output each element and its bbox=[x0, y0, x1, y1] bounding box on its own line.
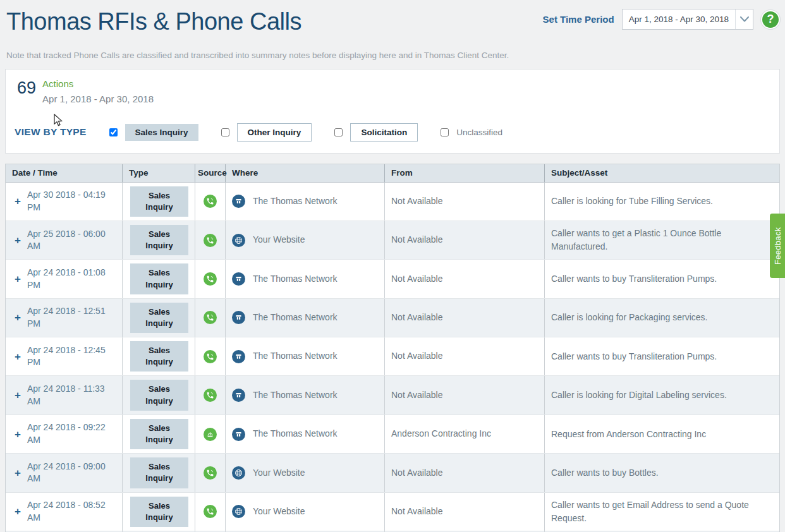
table-row: + Apr 24 2018 - 01:08 PM Sales Inquiry bbox=[6, 260, 779, 298]
thomas-network-icon bbox=[232, 350, 245, 363]
column-header-date-time: Date / Time bbox=[6, 164, 123, 182]
phone-call-icon bbox=[204, 350, 217, 363]
phone-call-icon bbox=[204, 389, 217, 402]
expand-row-icon[interactable]: + bbox=[15, 506, 21, 517]
filter-unclassified[interactable]: Unclassified bbox=[441, 128, 502, 137]
type-badge: Sales Inquiry bbox=[130, 341, 188, 372]
time-period-controls: Set Time Period Apr 1, 2018 - Apr 30, 20… bbox=[543, 9, 780, 30]
expand-row-icon[interactable]: + bbox=[15, 312, 21, 323]
type-badge: Sales Inquiry bbox=[130, 457, 188, 488]
summary-card: 69 Actions Apr 1, 2018 - Apr 30, 2018 VI… bbox=[5, 69, 780, 154]
row-subject: Caller wants to buy Transliteration Pump… bbox=[545, 337, 779, 375]
table-row: + Apr 24 2018 - 08:52 AM Sales Inquiry bbox=[6, 493, 779, 531]
row-where: Your Website bbox=[253, 505, 305, 518]
table-row: + Apr 24 2018 - 11:33 AM Sales Inquiry bbox=[6, 376, 779, 414]
table-header-row: Date / Time Type Source Where From Subje… bbox=[6, 164, 779, 183]
filter-checkbox[interactable] bbox=[221, 128, 229, 136]
page: Thomas RFIs & Phone Calls Set Time Perio… bbox=[0, 0, 785, 532]
filter-label-sales-inquiry[interactable]: Sales Inquiry bbox=[125, 124, 198, 141]
row-date: Apr 24 2018 - 01:08 PM bbox=[27, 267, 116, 291]
row-subject: Caller wants to get Email Address to sen… bbox=[545, 493, 779, 531]
phone-call-icon bbox=[204, 311, 217, 324]
row-from: Not Available bbox=[385, 493, 545, 531]
type-badge: Sales Inquiry bbox=[130, 419, 188, 449]
actions-count-label: Actions bbox=[42, 78, 154, 89]
globe-icon bbox=[232, 234, 245, 247]
table-row: + Apr 24 2018 - 12:51 PM Sales Inquiry bbox=[6, 299, 779, 337]
thomas-network-icon bbox=[232, 389, 245, 402]
set-time-period-label: Set Time Period bbox=[543, 14, 614, 25]
phone-call-icon bbox=[204, 505, 217, 518]
thomas-network-icon bbox=[232, 272, 245, 286]
phone-call-icon bbox=[204, 234, 217, 247]
column-header-where: Where bbox=[226, 164, 385, 182]
globe-icon bbox=[232, 505, 245, 518]
filter-checkbox[interactable] bbox=[441, 128, 449, 136]
expand-row-icon[interactable]: + bbox=[15, 390, 21, 401]
filter-checkbox[interactable] bbox=[109, 128, 118, 136]
row-subject: Caller is looking for Tube Filling Servi… bbox=[545, 183, 779, 221]
expand-row-icon[interactable]: + bbox=[15, 235, 21, 246]
row-date: Apr 24 2018 - 09:00 AM bbox=[27, 461, 116, 485]
actions-table: Date / Time Type Source Where From Subje… bbox=[5, 164, 780, 532]
filter-label-solicitation[interactable]: Solicitation bbox=[350, 123, 418, 142]
feedback-tab[interactable]: Feedback bbox=[770, 214, 785, 278]
expand-row-icon[interactable]: + bbox=[15, 196, 21, 207]
help-icon[interactable]: ? bbox=[761, 10, 780, 29]
row-where: The Thomas Network bbox=[253, 350, 338, 363]
filter-other-inquiry[interactable]: Other Inquiry bbox=[221, 123, 312, 142]
column-header-subject-asset: Subject/Asset bbox=[545, 164, 779, 182]
type-badge: Sales Inquiry bbox=[130, 186, 188, 217]
phone-call-icon bbox=[204, 195, 217, 208]
rfi-icon bbox=[204, 428, 217, 441]
row-where: The Thomas Network bbox=[253, 428, 338, 440]
row-subject: Caller wants to get a Plastic 1 Ounce Bo… bbox=[545, 221, 779, 259]
type-filters: Sales Inquiry Other Inquiry Solicitation… bbox=[87, 123, 502, 142]
table-body: + Apr 30 2018 - 04:19 PM Sales Inquiry bbox=[6, 183, 779, 532]
view-by-type-label: VIEW BY TYPE bbox=[15, 126, 87, 138]
table-row: + Apr 30 2018 - 04:19 PM Sales Inquiry bbox=[6, 183, 779, 221]
type-badge: Sales Inquiry bbox=[130, 303, 188, 333]
row-subject: Request from Anderson Contracting Inc bbox=[545, 415, 779, 453]
row-date: Apr 25 2018 - 06:00 AM bbox=[27, 228, 116, 253]
globe-icon bbox=[232, 466, 245, 480]
table-row: + Apr 24 2018 - 09:00 AM Sales Inquiry bbox=[6, 454, 779, 492]
row-from: Not Available bbox=[385, 221, 545, 259]
column-header-from: From bbox=[385, 164, 545, 182]
row-from: Not Available bbox=[385, 183, 545, 221]
row-where: Your Website bbox=[253, 234, 305, 246]
row-date: Apr 30 2018 - 04:19 PM bbox=[27, 189, 116, 214]
filter-solicitation[interactable]: Solicitation bbox=[334, 123, 418, 142]
filter-label-other-inquiry[interactable]: Other Inquiry bbox=[237, 123, 312, 142]
row-date: Apr 24 2018 - 12:45 PM bbox=[27, 344, 116, 369]
chevron-down-icon[interactable] bbox=[735, 9, 753, 29]
row-subject: Caller wants to buy Transliteration Pump… bbox=[545, 260, 779, 298]
row-where: The Thomas Network bbox=[253, 389, 338, 402]
type-badge: Sales Inquiry bbox=[130, 380, 188, 410]
row-where: Your Website bbox=[253, 467, 305, 480]
expand-row-icon[interactable]: + bbox=[15, 468, 21, 478]
row-date: Apr 24 2018 - 11:33 AM bbox=[27, 383, 116, 408]
table-row: + Apr 24 2018 - 12:45 PM Sales Inquiry bbox=[6, 337, 779, 376]
expand-row-icon[interactable]: + bbox=[15, 274, 21, 284]
row-subject: Caller is looking for Digital Labeling s… bbox=[545, 376, 779, 414]
filter-sales-inquiry[interactable]: Sales Inquiry bbox=[109, 124, 198, 141]
thomas-network-icon bbox=[232, 311, 245, 324]
type-badge: Sales Inquiry bbox=[130, 263, 188, 294]
filter-label-unclassified[interactable]: Unclassified bbox=[456, 128, 502, 137]
thomas-network-icon bbox=[232, 195, 245, 208]
table-row: + Apr 25 2018 - 06:00 AM Sales Inquiry bbox=[6, 221, 779, 260]
actions-date-range: Apr 1, 2018 - Apr 30, 2018 bbox=[42, 94, 154, 104]
row-subject: Caller is looking for Packaging services… bbox=[545, 299, 779, 337]
row-where: The Thomas Network bbox=[253, 311, 338, 324]
expand-row-icon[interactable]: + bbox=[15, 429, 21, 440]
row-where: The Thomas Network bbox=[253, 195, 338, 208]
row-from: Anderson Contracting Inc bbox=[385, 415, 545, 453]
filter-checkbox[interactable] bbox=[334, 128, 343, 136]
expand-row-icon[interactable]: + bbox=[15, 351, 21, 362]
phone-call-icon bbox=[204, 466, 217, 480]
row-date: Apr 24 2018 - 09:22 AM bbox=[27, 421, 116, 446]
time-period-select[interactable]: Apr 1, 2018 - Apr 30, 2018 bbox=[622, 9, 753, 30]
actions-count: 69 bbox=[17, 80, 36, 97]
row-from: Not Available bbox=[385, 376, 545, 414]
